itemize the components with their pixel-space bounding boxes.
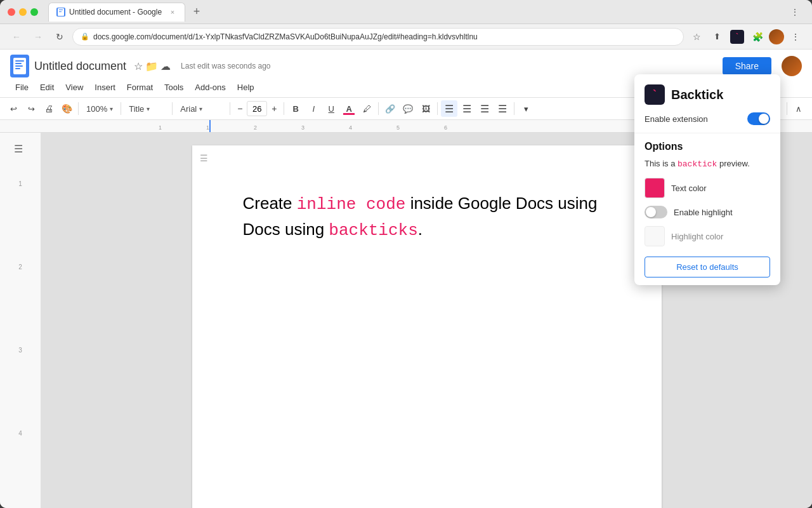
toolbar-separator-8 [514,102,514,115]
nav-bar: ← → ↻ 🔒 docs.google.com/document/d/1x-Yx… [0,24,812,50]
zoom-dropdown-arrow: ▾ [110,105,113,112]
redo-button[interactable]: ↪ [23,100,39,117]
preview-text: This is a backtick preview. [645,159,770,169]
highlight-color-swatch[interactable] [645,226,665,246]
tab-title: Untitled document - Google D... [69,8,164,17]
active-tab[interactable]: Untitled document - Google D... × [48,3,185,22]
align-left-button[interactable]: ☰ [441,100,457,117]
font-size-value[interactable]: 26 [247,101,267,116]
font-size-decrease[interactable]: − [233,102,246,115]
highlight-color-row: Highlight color [645,226,770,246]
traffic-lights [8,8,38,16]
text-color-swatch[interactable] [645,178,665,198]
italic-button[interactable]: I [305,100,322,117]
star-icon[interactable]: ☆ [134,60,143,72]
docs-app-icon [10,55,29,77]
toolbar-separator-7 [437,102,438,115]
print-button[interactable]: 🖨 [41,100,57,117]
paint-format-button[interactable]: 🎨 [58,100,75,117]
font-dropdown[interactable]: Arial ▾ [176,100,226,117]
font-dropdown-arrow: ▾ [199,105,202,112]
collapse-toolbar-button[interactable]: ∧ [790,100,807,117]
menu-insert[interactable]: Insert [89,80,121,95]
browser-window: Untitled document - Google D... × + ⋮ ← … [0,0,812,508]
menu-edit[interactable]: Edit [35,80,59,95]
tab-favicon [56,8,65,17]
extension-backtick-icon[interactable]: ` [728,28,746,46]
document-page: ☰ Create inline code inside Google Docs … [192,145,662,508]
doc-text-docs: Docs using [243,220,329,239]
more-options-icon[interactable]: ⋮ [787,28,804,46]
text-color-row: Text color [645,178,770,198]
toggle-thumb [759,114,769,124]
preview-before: This is a [645,159,678,168]
more-toolbar-button[interactable]: ▾ [518,100,534,117]
toolbar-separator-4 [230,102,230,115]
minimize-window-button[interactable] [19,8,27,16]
extension-enable-label: Enable extension [645,114,708,124]
address-bar[interactable]: 🔒 docs.google.com/document/d/1x-YxlpTNka… [72,28,684,46]
preview-after: preview. [717,159,749,168]
window-more-icon[interactable]: ⋮ [790,7,804,17]
close-window-button[interactable] [8,8,15,16]
sidebar-outline-icon[interactable]: ☰ [14,143,27,155]
menu-view[interactable]: View [60,80,88,95]
align-center-button[interactable]: ☰ [459,100,475,117]
toolbar-separator-3 [172,102,173,115]
extension-popup: ` Backtick Enable extension Options This… [634,74,780,285]
lock-icon: 🔒 [81,32,89,41]
enable-highlight-toggle[interactable] [645,206,667,218]
extension-logo-text: ` [653,88,657,102]
menu-tools[interactable]: Tools [159,80,188,95]
forward-button[interactable]: → [29,28,47,46]
highlight-button[interactable]: 🖊 [358,100,375,117]
document-content[interactable]: Create inline code inside Google Docs us… [243,191,611,243]
back-button[interactable]: ← [8,28,25,46]
text-color-button[interactable]: A [341,100,357,117]
image-button[interactable]: 🖼 [417,100,434,117]
cloud-save-icon[interactable]: ☁ [160,60,171,72]
link-button[interactable]: 🔗 [382,100,398,117]
bookmark-icon[interactable]: ☆ [688,28,705,46]
zoom-dropdown[interactable]: 100% ▾ [82,100,117,117]
highlight-color-label: Highlight color [671,232,723,241]
refresh-button[interactable]: ↻ [51,28,69,46]
enable-extension-toggle[interactable] [747,112,770,125]
screenshare-icon[interactable]: ⬆ [708,28,726,46]
menu-file[interactable]: File [10,80,34,95]
font-size-increase[interactable]: + [268,102,280,115]
font-value: Arial [180,104,197,114]
maximize-window-button[interactable] [30,8,38,16]
text-color-icon: A [346,104,352,114]
document-title[interactable]: Untitled document [34,60,126,73]
toolbar-separator-6 [378,102,379,115]
style-dropdown[interactable]: Title ▾ [124,100,169,117]
comment-button[interactable]: 💬 [400,100,416,117]
undo-button[interactable]: ↩ [5,100,22,117]
sidebar-left: ☰ 1 2 3 4 5 [0,133,41,508]
doc-text-period: . [418,220,422,239]
share-button[interactable]: Share [723,57,771,75]
reset-defaults-button[interactable]: Reset to defaults [645,257,770,277]
toolbar-separator-1 [78,102,79,115]
extensions-icon[interactable]: 🧩 [749,28,766,46]
align-justify-button[interactable]: ☰ [494,100,511,117]
tab-close-button[interactable]: × [168,8,177,17]
bold-button[interactable]: B [287,100,304,117]
menu-help[interactable]: Help [232,80,259,95]
text-color-indicator [343,113,355,115]
title-bar: Untitled document - Google D... × + ⋮ [0,0,812,24]
style-value: Title [129,104,144,114]
user-avatar[interactable] [782,56,802,76]
profile-avatar[interactable] [769,29,784,44]
toolbar-separator-2 [121,102,121,115]
extension-enable-row: Enable extension [634,112,780,133]
doc-text-before: Create [243,194,297,213]
menu-addons[interactable]: Add-ons [190,80,230,95]
underline-button[interactable]: U [323,100,339,117]
align-right-button[interactable]: ☰ [476,100,493,117]
new-tab-button[interactable]: + [188,3,206,21]
folder-icon[interactable]: 📁 [145,60,158,72]
menu-format[interactable]: Format [122,80,158,95]
extension-logo: ` [645,84,665,105]
